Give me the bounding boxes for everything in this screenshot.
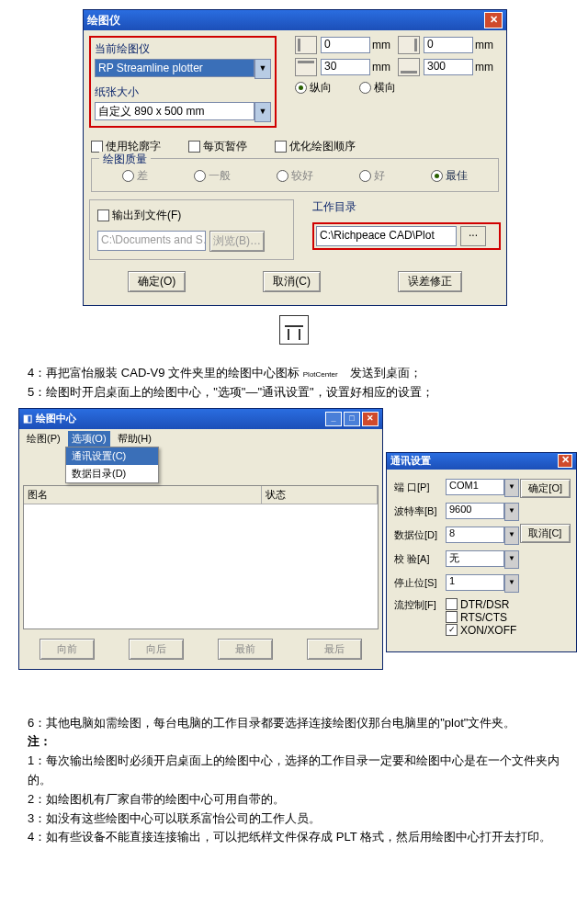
move-up-button[interactable]: 向前 xyxy=(40,639,95,660)
menu-help[interactable]: 帮助(H) xyxy=(114,431,155,447)
quality-best-radio[interactable]: 最佳 xyxy=(431,168,468,184)
cancel-button[interactable]: 取消[C] xyxy=(520,524,571,543)
window-title: 绘图中心 xyxy=(36,412,325,425)
titlebar: ◧ 绘图中心 _ □ ✕ xyxy=(19,409,382,429)
titlebar: 通讯设置 ✕ xyxy=(387,453,576,470)
menu-data-dir[interactable]: 数据目录(D) xyxy=(66,465,158,482)
plotcenter-icon xyxy=(279,315,309,345)
ok-button[interactable]: 确定[O] xyxy=(520,479,571,498)
highlight-selection: 当前绘图仪 RP Streamline plotter ▼ 纸张大小 自定义 8… xyxy=(89,36,277,128)
optimize-order-checkbox[interactable]: 优化绘图顺序 xyxy=(275,139,356,154)
margin-bottom-icon xyxy=(398,58,420,76)
quality-bad-radio[interactable]: 差 xyxy=(122,168,148,184)
plotter-value: RP Streamline plotter xyxy=(95,59,254,77)
databits-label: 数据位[D] xyxy=(394,528,446,542)
port-select[interactable]: COM1▼ xyxy=(446,479,519,497)
chevron-down-icon[interactable]: ▼ xyxy=(254,102,271,122)
stopbits-label: 停止位[S] xyxy=(394,576,446,590)
step5-text: 5：绘图时开启桌面上的绘图中心，"选项"—"通讯设置"，设置好相应的设置； xyxy=(28,383,560,402)
file-list[interactable]: 图名 状态 xyxy=(23,485,379,629)
close-icon[interactable]: ✕ xyxy=(558,454,572,468)
margin-left-input[interactable]: 0 xyxy=(321,37,370,53)
output-file-checkbox[interactable]: 输出到文件(F) xyxy=(97,208,286,223)
note1: 1：每次输出绘图时必须开启桌面上的绘图中心，选择的工作目录一定要和绘图中心是在一… xyxy=(28,752,560,790)
chevron-down-icon[interactable]: ▼ xyxy=(504,527,519,545)
highlight-workdir: C:\Richpeace CAD\Plot ... xyxy=(312,222,501,250)
move-top-button[interactable]: 最前 xyxy=(218,639,273,660)
chevron-down-icon[interactable]: ▼ xyxy=(504,574,519,593)
app-icon: ◧ xyxy=(23,413,32,425)
page-pause-checkbox[interactable]: 每页暂停 xyxy=(188,139,247,154)
databits-select[interactable]: 8▼ xyxy=(446,527,519,545)
quality-fair-radio[interactable]: 较好 xyxy=(277,168,313,184)
paper-select[interactable]: 自定义 890 x 500 mm ▼ xyxy=(95,102,271,122)
chevron-down-icon[interactable]: ▼ xyxy=(504,503,519,521)
margin-left-icon xyxy=(295,36,317,54)
chevron-down-icon[interactable]: ▼ xyxy=(504,550,519,569)
workdir-input[interactable]: C:\Richpeace CAD\Plot xyxy=(316,226,457,246)
unit-label: mm xyxy=(372,39,390,51)
baud-select[interactable]: 9600▼ xyxy=(446,503,519,521)
quality-group-title: 绘图质量 xyxy=(99,152,151,167)
menu-option[interactable]: 选项(O) xyxy=(68,431,110,447)
chevron-down-icon[interactable]: ▼ xyxy=(504,479,519,497)
note4: 4：如有些设备不能直接连接输出，可以把纸样文件保存成 PLT 格式，然后用绘图中… xyxy=(28,828,560,847)
maximize-icon[interactable]: □ xyxy=(344,412,360,426)
chevron-down-icon[interactable]: ▼ xyxy=(254,59,271,79)
comm-settings-dialog: 通讯设置 ✕ 端 口[P] COM1▼ 波特率[B] 9600▼ 数据位[D] … xyxy=(386,452,577,652)
paper-value: 自定义 890 x 500 mm xyxy=(95,102,254,120)
plotter-select[interactable]: RP Streamline plotter ▼ xyxy=(95,59,271,79)
flow-xon-checkbox[interactable]: ✓XON/XOFF xyxy=(446,624,516,637)
col-name: 图名 xyxy=(24,486,262,504)
browse-dots-button[interactable]: ... xyxy=(460,226,486,246)
minimize-icon[interactable]: _ xyxy=(325,412,342,426)
close-icon[interactable]: ✕ xyxy=(362,412,379,426)
output-path-input[interactable]: C:\Documents and S… xyxy=(97,231,206,251)
orient-portrait-radio[interactable]: 纵向 xyxy=(295,80,332,96)
plotter-dialog: 绘图仪 ✕ 当前绘图仪 RP Streamline plotter ▼ 纸张大小… xyxy=(83,9,507,306)
ok-button[interactable]: 确定(O) xyxy=(128,271,186,292)
error-fix-button[interactable]: 误差修正 xyxy=(398,271,462,292)
menu-plot[interactable]: 绘图(P) xyxy=(23,431,64,447)
note2: 2：如绘图机有厂家自带的绘图中心可用自带的。 xyxy=(28,790,560,810)
quality-good-radio[interactable]: 好 xyxy=(359,168,385,184)
stopbits-select[interactable]: 1▼ xyxy=(446,574,519,593)
move-down-button[interactable]: 向后 xyxy=(129,639,184,660)
parity-select[interactable]: 无▼ xyxy=(446,550,519,569)
move-bottom-button[interactable]: 最后 xyxy=(307,639,362,660)
baud-label: 波特率[B] xyxy=(394,504,446,518)
cancel-button[interactable]: 取消(C) xyxy=(263,271,321,292)
orient-landscape-radio[interactable]: 横向 xyxy=(359,80,396,96)
output-file-group: 输出到文件(F) C:\Documents and S… 浏览(B)… xyxy=(89,199,294,260)
margins-panel: 0 mm 0 mm 30 mm 300 mm xyxy=(295,36,501,128)
menu-comm-settings[interactable]: 通讯设置(C) xyxy=(66,447,158,465)
close-icon[interactable]: ✕ xyxy=(484,12,503,28)
quality-group: 绘图质量 差 一般 较好 好 最佳 xyxy=(91,158,499,192)
option-dropdown: 通讯设置(C) 数据目录(D) xyxy=(65,447,159,483)
note3: 3：如没有这些绘图中心可以联系富怡公司的工作人员。 xyxy=(28,810,560,829)
note-header: 注： xyxy=(28,732,560,752)
quality-avg-radio[interactable]: 一般 xyxy=(194,168,231,184)
current-plotter-label: 当前绘图仪 xyxy=(95,41,271,57)
menubar: 绘图(P) 选项(O) 帮助(H) xyxy=(19,429,382,448)
dialog-title: 通讯设置 xyxy=(390,454,558,468)
margin-top-icon xyxy=(295,58,317,76)
margin-right-icon xyxy=(398,36,420,54)
dialog-title: 绘图仪 xyxy=(87,13,484,28)
paper-size-label: 纸张大小 xyxy=(95,85,271,100)
margin-top-input[interactable]: 30 xyxy=(321,59,370,75)
titlebar: 绘图仪 ✕ xyxy=(84,10,506,30)
browse-button[interactable]: 浏览(B)… xyxy=(209,231,265,252)
unit-label: mm xyxy=(372,61,390,74)
margin-right-input[interactable]: 0 xyxy=(424,37,473,53)
unit-label: mm xyxy=(475,39,493,51)
port-label: 端 口[P] xyxy=(394,481,446,494)
step4-text: 4：再把富怡服装 CAD-V9 文件夹里的绘图中心图标 PlotCenter 发… xyxy=(28,364,560,383)
parity-label: 校 验[A] xyxy=(394,552,446,566)
col-status: 状态 xyxy=(262,486,378,504)
unit-label: mm xyxy=(475,61,493,74)
flow-dtr-checkbox[interactable]: DTR/DSR xyxy=(446,598,516,611)
flowctrl-label: 流控制[F] xyxy=(394,598,446,612)
flow-rts-checkbox[interactable]: RTS/CTS xyxy=(446,611,516,624)
margin-bottom-input[interactable]: 300 xyxy=(424,59,473,75)
